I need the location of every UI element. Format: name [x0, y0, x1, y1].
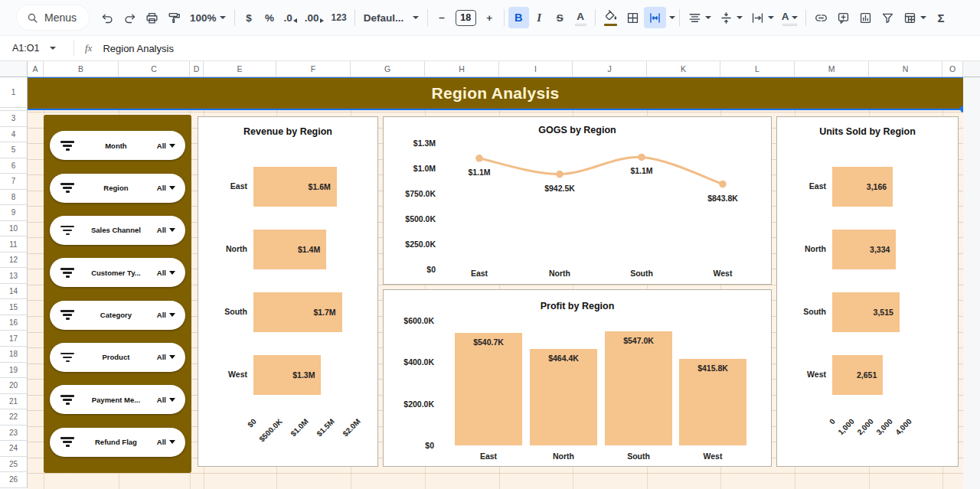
- slicer-value-dropdown[interactable]: All: [157, 142, 175, 150]
- merge-cells-button[interactable]: [644, 7, 666, 28]
- table-views-button[interactable]: [899, 7, 930, 28]
- column-header-L[interactable]: L: [720, 61, 795, 77]
- slicer-value-dropdown[interactable]: All: [157, 226, 175, 234]
- text-rotation-button[interactable]: A: [778, 7, 802, 28]
- row-header-14[interactable]: 14: [0, 284, 28, 300]
- row-header-20[interactable]: 20: [0, 378, 28, 394]
- redo-button[interactable]: [119, 7, 141, 28]
- font-select[interactable]: Defaul...: [359, 7, 423, 28]
- row-header-19[interactable]: 19: [0, 363, 28, 379]
- italic-button[interactable]: I: [529, 7, 550, 28]
- cells-area[interactable]: Region Analysis MonthAllRegionAllSales C…: [28, 77, 963, 489]
- row-header-9[interactable]: 9: [0, 205, 28, 221]
- row-header-23[interactable]: 23: [0, 425, 28, 442]
- row-header-21[interactable]: 21: [0, 394, 28, 410]
- slicer-category[interactable]: CategoryAll: [50, 301, 185, 330]
- borders-button[interactable]: [622, 7, 644, 28]
- row-header-18[interactable]: 18: [0, 347, 28, 363]
- column-header-F[interactable]: F: [276, 61, 351, 77]
- column-header-H[interactable]: H: [425, 61, 499, 77]
- font-size-input[interactable]: 18: [456, 10, 476, 26]
- slicer-value-dropdown[interactable]: All: [157, 269, 175, 277]
- slicer-month[interactable]: MonthAll: [50, 131, 185, 160]
- slicer-value-dropdown[interactable]: All: [157, 353, 175, 361]
- row-header-11[interactable]: 11: [0, 236, 28, 253]
- slicer-value-dropdown[interactable]: All: [157, 438, 175, 446]
- format-percent-button[interactable]: %: [260, 7, 280, 28]
- slicer-value-dropdown[interactable]: All: [157, 396, 175, 404]
- slicer-payment-me-[interactable]: Payment Me...All: [50, 385, 185, 414]
- formula-input[interactable]: Region Analysis: [103, 43, 174, 54]
- strikethrough-button[interactable]: S: [550, 7, 570, 28]
- slicer-customer-ty-[interactable]: Customer Ty...All: [50, 258, 185, 287]
- zoom-select[interactable]: 100%: [185, 7, 230, 28]
- column-header-E[interactable]: E: [204, 61, 276, 77]
- row-header-15[interactable]: 15: [0, 299, 28, 315]
- slicer-product[interactable]: ProductAll: [50, 343, 185, 372]
- row-header-22[interactable]: 22: [0, 409, 28, 425]
- paint-format-button[interactable]: [163, 7, 185, 28]
- row-header-6[interactable]: 6: [0, 158, 28, 174]
- chart-units-sold-by-region[interactable]: Units Sold by RegionEast3,166North3,334S…: [776, 116, 959, 467]
- name-box[interactable]: A1:O1: [0, 36, 74, 60]
- increase-decimal-button[interactable]: .00: [301, 7, 328, 28]
- chart-profit-by-region[interactable]: Profit by Region$0$200.0K$400.0K$600.0K$…: [383, 289, 772, 467]
- functions-button[interactable]: Σ: [930, 7, 951, 28]
- text-color-button[interactable]: A: [570, 7, 591, 28]
- bold-button[interactable]: B: [508, 7, 529, 28]
- insert-link-button[interactable]: [810, 7, 832, 28]
- row-header-17[interactable]: 17: [0, 331, 28, 347]
- chevron-down-icon[interactable]: [669, 16, 675, 19]
- slicer-sales-channel[interactable]: Sales ChannelAll: [50, 216, 185, 245]
- row-header-10[interactable]: 10: [0, 221, 28, 237]
- create-filter-button[interactable]: [877, 7, 899, 28]
- chart-gogs-by-region[interactable]: GOGS by Region$0$250.0K$500.0K$750.0K$1.…: [383, 116, 772, 285]
- column-header-B[interactable]: B: [44, 61, 119, 77]
- row-header-1[interactable]: 1: [0, 77, 28, 108]
- row-header-16[interactable]: 16: [0, 315, 28, 331]
- decrease-decimal-button[interactable]: .0: [280, 7, 301, 28]
- row-header-13[interactable]: 13: [0, 268, 28, 284]
- column-header-G[interactable]: G: [351, 61, 425, 77]
- column-header-C[interactable]: C: [119, 61, 190, 77]
- column-header-K[interactable]: K: [647, 61, 720, 77]
- slicer-region[interactable]: RegionAll: [50, 174, 185, 203]
- column-header-M[interactable]: M: [795, 61, 869, 77]
- slicer-value-dropdown[interactable]: All: [157, 184, 175, 192]
- slicer-value-dropdown[interactable]: All: [157, 311, 175, 319]
- column-header-J[interactable]: J: [573, 61, 647, 77]
- row-header-25[interactable]: 25: [0, 457, 28, 473]
- column-header-N[interactable]: N: [869, 61, 942, 77]
- caret-down-icon: [169, 440, 175, 444]
- increase-font-size-button[interactable]: +: [479, 7, 500, 28]
- insert-comment-button[interactable]: [832, 7, 854, 28]
- insert-chart-button[interactable]: [854, 7, 877, 28]
- decrease-font-size-button[interactable]: −: [432, 7, 452, 28]
- text-wrap-button[interactable]: [746, 7, 778, 28]
- row-header-8[interactable]: 8: [0, 190, 28, 206]
- selection-handle[interactable]: [960, 106, 963, 112]
- row-header-4[interactable]: 4: [0, 127, 28, 143]
- row-header-5[interactable]: 5: [0, 142, 28, 158]
- print-button[interactable]: [141, 7, 163, 28]
- row-header-3[interactable]: 3: [0, 111, 28, 127]
- menus-button[interactable]: Menus: [17, 5, 89, 30]
- column-header-A[interactable]: A: [28, 61, 44, 77]
- vertical-align-button[interactable]: [715, 7, 746, 28]
- undo-button[interactable]: [96, 7, 119, 28]
- format-currency-button[interactable]: $: [239, 7, 260, 28]
- row-header-12[interactable]: 12: [0, 253, 28, 269]
- more-formats-button[interactable]: 123: [328, 7, 351, 28]
- title-banner-cell[interactable]: Region Analysis: [28, 78, 963, 109]
- row-header-7[interactable]: 7: [0, 174, 28, 190]
- row-header-26[interactable]: 26: [0, 472, 28, 488]
- column-header-O[interactable]: O: [942, 61, 963, 77]
- slicer-refund-flag[interactable]: Refund FlagAll: [50, 428, 185, 457]
- column-header-I[interactable]: I: [499, 61, 573, 77]
- fill-color-button[interactable]: [599, 7, 622, 28]
- chart-revenue-by-region[interactable]: Revenue by RegionEast$1.6MNorth$1.4MSout…: [198, 116, 378, 467]
- column-header-D[interactable]: D: [190, 61, 204, 77]
- select-all-corner[interactable]: [0, 61, 28, 77]
- horizontal-align-button[interactable]: [684, 7, 715, 28]
- row-header-24[interactable]: 24: [0, 441, 28, 457]
